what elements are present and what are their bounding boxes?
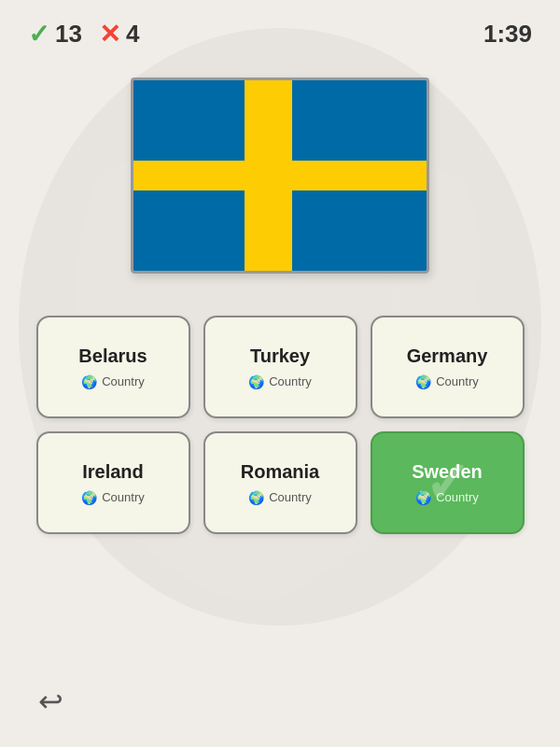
cross-icon: ✕ xyxy=(99,19,120,49)
answer-card-romania[interactable]: Romania🌍Country xyxy=(203,431,357,534)
tag-text: Country xyxy=(102,374,145,388)
globe-icon: 🌍 xyxy=(415,374,431,389)
back-icon: ↩ xyxy=(38,684,63,719)
sweden-flag xyxy=(133,80,427,271)
check-icon: ✓ xyxy=(28,19,49,49)
answer-name-turkey: Turkey xyxy=(250,345,310,367)
answer-tag-germany: 🌍Country xyxy=(415,374,479,389)
answer-tag-belarus: 🌍Country xyxy=(81,374,145,389)
answer-name-ireland: Ireland xyxy=(82,461,144,483)
globe-icon: 🌍 xyxy=(248,490,264,505)
answer-tag-romania: 🌍Country xyxy=(248,490,312,505)
header: ✓ 13 ✕ 4 1:39 xyxy=(0,0,560,59)
answer-grid: Belarus🌍CountryTurkey🌍CountryGermany🌍Cou… xyxy=(36,316,525,534)
bottom-bar: ↩ xyxy=(0,655,560,747)
globe-icon: 🌍 xyxy=(415,490,431,505)
globe-icon: 🌍 xyxy=(81,490,97,505)
globe-icon: 🌍 xyxy=(81,374,97,389)
answer-card-turkey[interactable]: Turkey🌍Country xyxy=(203,316,357,418)
answer-name-germany: Germany xyxy=(407,345,488,367)
tag-text: Country xyxy=(269,490,312,504)
answer-card-germany[interactable]: Germany🌍Country xyxy=(371,316,525,418)
timer: 1:39 xyxy=(483,20,532,49)
wrong-score: ✕ 4 xyxy=(99,19,139,49)
answer-tag-turkey: 🌍Country xyxy=(248,374,312,389)
answer-tag-ireland: 🌍Country xyxy=(81,490,145,505)
answer-name-sweden: Sweden xyxy=(412,461,483,483)
answer-card-sweden[interactable]: Sweden🌍Country xyxy=(371,431,525,534)
tag-text: Country xyxy=(102,490,145,504)
answer-card-belarus[interactable]: Belarus🌍Country xyxy=(36,316,190,418)
back-button[interactable]: ↩ xyxy=(28,679,73,724)
correct-score: ✓ 13 xyxy=(28,19,82,49)
globe-icon: 🌍 xyxy=(248,374,264,389)
wrong-count: 4 xyxy=(126,20,139,49)
answer-tag-sweden: 🌍Country xyxy=(415,490,479,505)
score-area: ✓ 13 ✕ 4 xyxy=(28,19,139,49)
tag-text: Country xyxy=(269,374,312,388)
answer-name-belarus: Belarus xyxy=(78,345,147,367)
tag-text: Country xyxy=(436,490,479,504)
answer-name-romania: Romania xyxy=(241,461,319,483)
answer-card-ireland[interactable]: Ireland🌍Country xyxy=(36,431,190,534)
flag-display xyxy=(131,78,429,274)
correct-count: 13 xyxy=(55,20,82,49)
tag-text: Country xyxy=(436,374,479,388)
